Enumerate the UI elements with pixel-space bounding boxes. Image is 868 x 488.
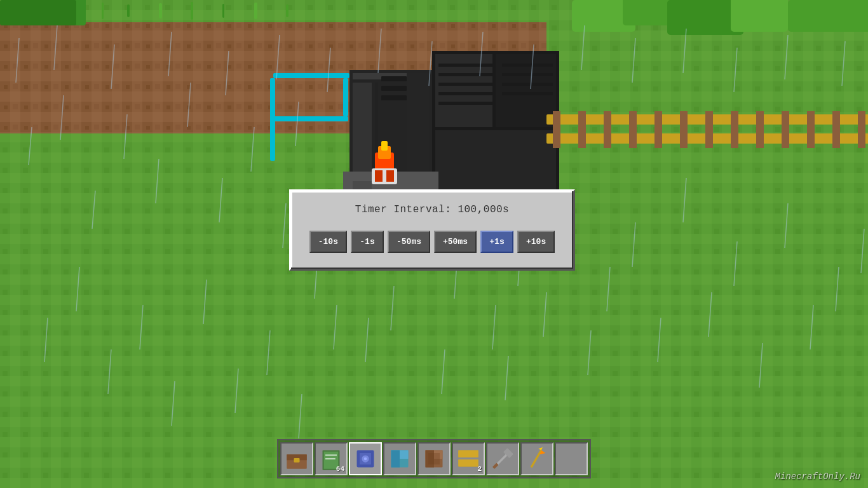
svg-line-172 (531, 451, 541, 468)
svg-rect-33 (731, 0, 788, 32)
minus-1s-button[interactable]: -1s (351, 231, 384, 253)
plus-50ms-button[interactable]: +50ms (434, 231, 477, 253)
svg-rect-152 (325, 454, 337, 456)
chest-icon (285, 447, 308, 470)
hotbar-slot-4[interactable] (383, 442, 416, 475)
svg-rect-56 (438, 92, 492, 95)
svg-marker-174 (538, 447, 543, 451)
watermark: MinecraftOnly.Ru (775, 471, 860, 482)
svg-rect-53 (438, 64, 492, 67)
wood-icon (423, 447, 445, 470)
svg-rect-57 (438, 102, 492, 105)
svg-rect-68 (654, 111, 662, 148)
svg-rect-55 (438, 83, 492, 86)
svg-rect-75 (832, 111, 840, 148)
torch-icon (526, 447, 548, 470)
svg-rect-22 (159, 3, 162, 18)
svg-rect-70 (705, 111, 713, 148)
svg-rect-21 (127, 4, 130, 17)
hotbar-slot-6[interactable]: 2 (452, 442, 485, 475)
hotbar-slot-2-count: 64 (336, 465, 344, 473)
hotbar-slot-1[interactable] (280, 442, 313, 475)
svg-rect-42 (353, 83, 372, 178)
minus-10s-button[interactable]: -10s (309, 231, 347, 253)
svg-rect-45 (381, 76, 407, 81)
svg-rect-25 (254, 3, 257, 19)
svg-rect-166 (458, 451, 478, 458)
hotbar-slot-5[interactable] (417, 442, 451, 475)
svg-rect-35 (273, 73, 349, 78)
redstone-icon (354, 447, 377, 470)
svg-rect-64 (553, 111, 560, 148)
svg-rect-149 (294, 458, 300, 463)
svg-rect-84 (386, 170, 394, 182)
hotbar: 64 2 (277, 439, 591, 478)
svg-rect-73 (782, 111, 789, 148)
svg-rect-34 (788, 0, 868, 32)
svg-rect-168 (458, 459, 478, 466)
hotbar-slot-2[interactable]: 64 (315, 442, 348, 475)
svg-rect-26 (286, 4, 288, 17)
pickaxe-icon (491, 447, 514, 470)
svg-rect-47 (381, 95, 407, 100)
svg-rect-160 (391, 451, 400, 468)
svg-rect-65 (578, 111, 586, 148)
svg-rect-31 (623, 0, 674, 25)
svg-rect-29 (0, 0, 76, 25)
svg-rect-20 (102, 3, 104, 19)
plus-10s-button[interactable]: +10s (517, 231, 555, 253)
svg-rect-24 (222, 4, 224, 18)
svg-rect-37 (343, 78, 348, 116)
svg-rect-72 (756, 111, 764, 148)
hotbar-slot-3[interactable] (349, 442, 382, 475)
svg-rect-71 (731, 111, 738, 148)
svg-rect-153 (325, 458, 336, 459)
planks-icon (457, 447, 480, 470)
svg-rect-69 (680, 111, 688, 148)
svg-rect-44 (407, 73, 429, 184)
svg-rect-58 (502, 64, 553, 67)
svg-rect-23 (191, 2, 193, 20)
svg-rect-66 (604, 111, 611, 148)
minus-50ms-button[interactable]: -50ms (388, 231, 430, 253)
svg-rect-46 (381, 86, 407, 91)
svg-rect-76 (858, 111, 865, 148)
svg-rect-60 (502, 83, 553, 86)
timer-dialog: Timer Interval: 100,000s -10s -1s -50ms … (289, 189, 575, 271)
hotbar-slot-9[interactable] (555, 442, 588, 475)
svg-rect-38 (273, 116, 348, 121)
block-icon (388, 447, 411, 470)
svg-rect-67 (629, 111, 637, 148)
svg-rect-59 (502, 73, 553, 76)
svg-point-157 (364, 458, 367, 461)
timer-buttons-row: -10s -1s -50ms +50ms +1s +10s (304, 231, 560, 253)
hotbar-slot-6-count: 2 (477, 465, 482, 473)
svg-rect-81 (381, 141, 388, 151)
svg-rect-61 (502, 92, 553, 95)
hotbar-slot-7[interactable] (486, 442, 519, 475)
svg-rect-83 (375, 170, 383, 182)
timer-interval-label: Timer Interval: 100,000s (304, 204, 560, 215)
hotbar-slot-8[interactable] (520, 442, 553, 475)
plus-1s-button[interactable]: +1s (480, 231, 513, 253)
svg-rect-54 (438, 73, 492, 76)
svg-rect-74 (807, 111, 815, 148)
svg-rect-164 (428, 453, 440, 464)
